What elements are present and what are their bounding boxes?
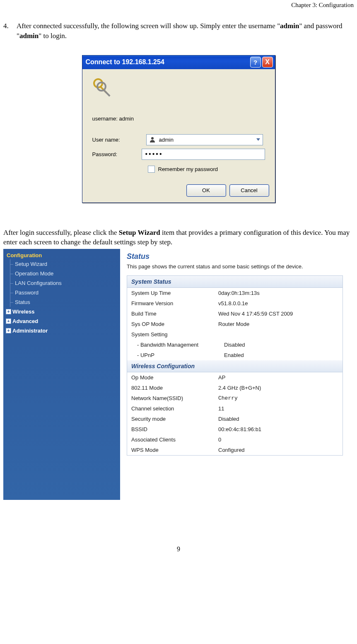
plus-icon: + <box>6 328 11 333</box>
username-label: User name: <box>92 137 146 143</box>
password-label: Password: <box>92 151 142 157</box>
sidebar-item-password[interactable]: Password <box>3 288 120 297</box>
step-text: After connected successfully, the follow… <box>17 21 354 41</box>
remember-label: Remember my password <box>158 166 218 172</box>
titlebar: Connect to 192.168.1.254 ? X <box>82 55 275 69</box>
kv-row: - UPnPEnabled <box>127 350 343 360</box>
kv-row: Security modeDisabled <box>127 414 343 424</box>
chevron-down-icon[interactable] <box>254 135 263 145</box>
kv-row: 802.11 Mode2.4 GHz (B+G+N) <box>127 383 343 393</box>
svg-rect-3 <box>103 89 110 96</box>
sidebar-section-wireless[interactable]: +Wireless <box>3 307 120 316</box>
step-4: 4. After connected successfully, the fol… <box>3 21 354 41</box>
dialog-title: Connect to 192.168.1.254 <box>86 58 249 66</box>
kv-row: Channel selection11 <box>127 403 343 414</box>
sidebar-item-lan[interactable]: LAN Configurations <box>3 278 120 288</box>
plus-icon: + <box>6 318 11 324</box>
kv-row: System Setting <box>127 329 343 340</box>
plus-icon: + <box>6 309 11 314</box>
kv-row: System Up Time0day:0h:13m:13s <box>127 288 343 298</box>
kv-row: Network Name(SSID)Cherry <box>127 393 343 403</box>
router-ui: Configuration Setup Wizard Operation Mod… <box>3 249 357 500</box>
ok-button[interactable]: OK <box>186 184 226 197</box>
username-info: username: admin <box>82 114 275 133</box>
sidebar-item-setup-wizard[interactable]: Setup Wizard <box>3 259 120 269</box>
status-panel: System Status System Up Time0day:0h:13m:… <box>127 275 343 456</box>
config-header: Configuration <box>3 251 120 259</box>
username-value: admin <box>158 137 254 143</box>
kv-row: BSSID00:e0:4c:81:96:b1 <box>127 424 343 434</box>
svg-point-4 <box>151 137 154 140</box>
step-number: 4. <box>3 21 17 41</box>
status-description: This page shows the current status and s… <box>127 263 357 270</box>
status-heading: Status <box>127 252 357 261</box>
chapter-header: Chapter 3: Configuration <box>3 0 354 21</box>
remember-checkbox[interactable] <box>148 166 155 173</box>
close-button[interactable]: X <box>262 57 273 68</box>
username-combo[interactable]: admin <box>146 134 263 145</box>
help-button[interactable]: ? <box>250 57 261 68</box>
password-input[interactable]: ••••• <box>142 149 265 160</box>
sidebar-item-status[interactable]: Status <box>3 297 120 307</box>
page-number: 9 <box>3 545 354 553</box>
kv-row: - Bandwidth ManagementDisabled <box>127 340 343 350</box>
kv-row: Firmware Versionv51.8.0.0.1e <box>127 298 343 309</box>
paragraph-2: After login successfully, please click t… <box>3 228 354 248</box>
keys-icon <box>92 77 114 99</box>
cancel-button[interactable]: Cancel <box>229 184 269 197</box>
sidebar-section-advanced[interactable]: +Advanced <box>3 316 120 326</box>
system-status-header: System Status <box>127 276 343 288</box>
sidebar-section-administrator[interactable]: +Administrator <box>3 326 120 335</box>
kv-row: Build TimeWed Nov 4 17:45:59 CST 2009 <box>127 309 343 319</box>
login-dialog: Connect to 192.168.1.254 ? X username: a… <box>82 55 275 203</box>
kv-row: WPS ModeConfigured <box>127 445 343 455</box>
kv-row: Sys OP ModeRouter Mode <box>127 319 343 329</box>
wireless-config-header: Wireless Configuration <box>127 360 343 372</box>
content-panel: Status This page shows the current statu… <box>120 249 357 500</box>
kv-row: Op ModeAP <box>127 372 343 383</box>
user-icon <box>148 135 157 144</box>
kv-row: Associated Clients0 <box>127 434 343 445</box>
sidebar: Configuration Setup Wizard Operation Mod… <box>3 249 120 500</box>
sidebar-item-operation-mode[interactable]: Operation Mode <box>3 269 120 278</box>
